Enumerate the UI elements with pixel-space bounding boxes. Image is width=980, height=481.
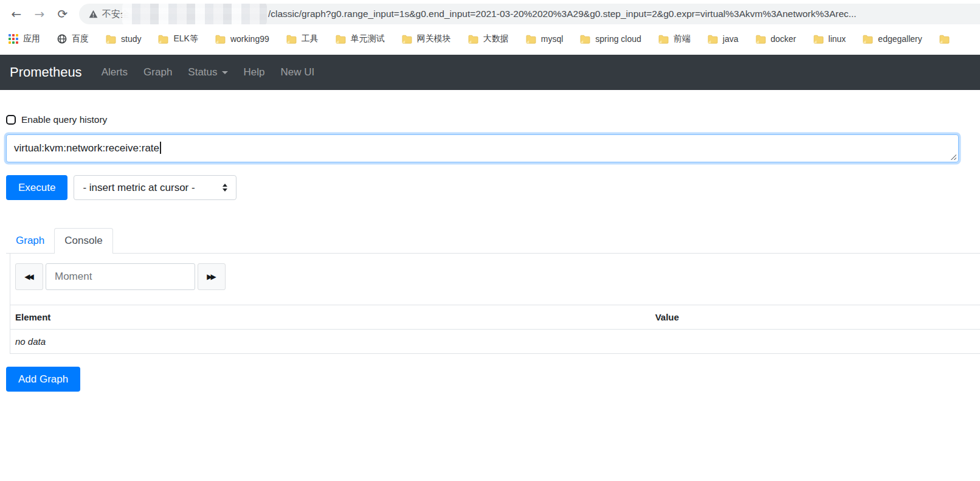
empty-value-cell <box>650 330 980 354</box>
forward-icon[interactable]: → <box>28 7 51 21</box>
bookmark-item[interactable]: 大数据 <box>468 33 509 44</box>
folder-icon <box>863 35 873 44</box>
reload-icon[interactable]: ⟳ <box>51 7 74 21</box>
resize-grip[interactable] <box>950 153 956 160</box>
bookmark-label: 网关模块 <box>417 33 451 44</box>
apps-grid-icon <box>9 34 18 44</box>
bookmark-item[interactable]: edgegallery <box>863 34 922 44</box>
bookmark-item-partial[interactable] <box>939 35 950 44</box>
text-cursor <box>160 142 161 154</box>
nav-new-ui[interactable]: New UI <box>281 66 315 78</box>
select-stepper-icon <box>223 184 227 192</box>
folder-icon <box>215 35 226 44</box>
bookmark-item[interactable]: study <box>106 34 141 44</box>
bookmark-item[interactable]: working99 <box>215 34 269 44</box>
bookmark-label: 工具 <box>302 33 319 44</box>
moment-controls: ◀◀ ▶▶ <box>15 263 980 290</box>
enable-query-history-label: Enable query history <box>21 114 107 125</box>
element-column-header: Element <box>10 305 650 330</box>
folder-icon <box>336 35 346 44</box>
folder-icon <box>658 35 669 44</box>
bookmark-label: study <box>121 34 141 44</box>
censored-host-blur <box>122 4 267 24</box>
bookmark-label: 大数据 <box>483 33 509 44</box>
add-graph-button[interactable]: Add Graph <box>6 367 80 392</box>
bookmark-item[interactable]: linux <box>813 34 846 44</box>
enable-query-history-checkbox[interactable] <box>6 115 16 125</box>
folder-icon <box>468 35 478 44</box>
folder-icon <box>708 35 718 44</box>
bookmark-item[interactable]: 百度 <box>57 33 89 44</box>
folder-icon <box>813 35 824 44</box>
folder-icon <box>580 35 590 44</box>
bookmark-item[interactable]: docker <box>756 34 796 44</box>
bookmark-item[interactable]: 前端 <box>658 33 691 44</box>
console-result-table: Element Value no data <box>10 305 980 354</box>
query-history-row: Enable query history <box>6 114 974 125</box>
nav-status-label: Status <box>188 66 217 78</box>
bookmarks-bar: 应用 百度 study ELK等 working99 工具 单元测试 网关模块 … <box>0 28 980 50</box>
fast-forward-icon: ▶▶ <box>207 272 214 281</box>
bookmark-label: java <box>723 34 739 44</box>
bookmark-label: edgegallery <box>878 34 922 44</box>
bookmark-label: spring cloud <box>595 34 641 44</box>
bookmark-label: 应用 <box>23 33 40 44</box>
bookmark-label: 百度 <box>72 33 89 44</box>
folder-icon <box>756 35 766 44</box>
query-actions-row: Execute - insert metric at cursor - <box>6 175 974 200</box>
folder-icon <box>526 35 536 44</box>
nav-graph[interactable]: Graph <box>143 66 172 78</box>
query-expression-input[interactable]: virtual:kvm:network:receive:rate <box>6 134 959 162</box>
main-content: Enable query history virtual:kvm:network… <box>0 90 980 392</box>
url-path: /classic/graph?g0.range_input=1s&g0.end_… <box>268 9 857 19</box>
console-panel: ◀◀ ▶▶ Element Value no data <box>10 254 980 354</box>
step-backward-button[interactable]: ◀◀ <box>15 263 43 290</box>
bookmark-label: 前端 <box>674 33 691 44</box>
query-expression-text: virtual:kvm:network:receive:rate <box>14 142 159 154</box>
insert-metric-select[interactable]: - insert metric at cursor - <box>74 175 236 200</box>
folder-icon <box>939 35 950 44</box>
bookmark-label: mysql <box>541 34 564 44</box>
nav-help[interactable]: Help <box>244 66 265 78</box>
bookmark-label: docker <box>771 34 796 44</box>
folder-icon <box>106 35 116 44</box>
tab-graph[interactable]: Graph <box>6 229 54 253</box>
bookmark-item[interactable]: mysql <box>526 34 564 44</box>
table-row: no data <box>10 330 980 354</box>
chevron-down-icon <box>222 71 228 74</box>
folder-icon <box>158 35 168 44</box>
no-data-cell: no data <box>10 330 650 354</box>
bookmark-label: working99 <box>230 34 269 44</box>
folder-icon <box>286 35 297 44</box>
chrome-divider <box>0 50 980 55</box>
table-header-row: Element Value <box>10 305 980 330</box>
nav-alerts[interactable]: Alerts <box>102 66 128 78</box>
bookmark-item[interactable]: 网关模块 <box>402 33 451 44</box>
nav-status[interactable]: Status <box>188 66 227 78</box>
browser-toolbar: ← → ⟳ 不安全 /classic/graph?g0.range_input=… <box>0 0 980 28</box>
insert-metric-value: - insert metric at cursor - <box>83 182 195 194</box>
bookmark-item[interactable]: spring cloud <box>580 34 641 44</box>
not-secure-warning-icon <box>89 10 98 18</box>
bookmark-item[interactable]: java <box>708 34 739 44</box>
bookmark-label: 单元测试 <box>351 33 385 44</box>
bookmark-item[interactable]: 单元测试 <box>336 33 385 44</box>
bookmark-apps[interactable]: 应用 <box>9 33 40 44</box>
execute-button[interactable]: Execute <box>6 175 67 200</box>
bookmark-label: ELK等 <box>173 33 198 44</box>
bookmark-item[interactable]: ELK等 <box>158 33 198 44</box>
folder-icon <box>402 35 412 44</box>
prometheus-brand[interactable]: Prometheus <box>10 64 82 80</box>
globe-icon <box>57 34 67 44</box>
back-icon[interactable]: ← <box>5 7 28 21</box>
result-tab-bar: Graph Console <box>6 228 980 254</box>
step-forward-button[interactable]: ▶▶ <box>198 263 226 290</box>
value-column-header: Value <box>650 305 980 330</box>
bookmark-label: linux <box>829 34 846 44</box>
prometheus-navbar: Prometheus Alerts Graph Status Help New … <box>0 55 980 90</box>
moment-input[interactable] <box>46 263 195 290</box>
bookmark-item[interactable]: 工具 <box>286 33 319 44</box>
rewind-icon: ◀◀ <box>24 272 32 281</box>
address-bar[interactable]: 不安全 /classic/graph?g0.range_input=1s&g0.… <box>79 4 980 24</box>
tab-console[interactable]: Console <box>54 228 112 254</box>
